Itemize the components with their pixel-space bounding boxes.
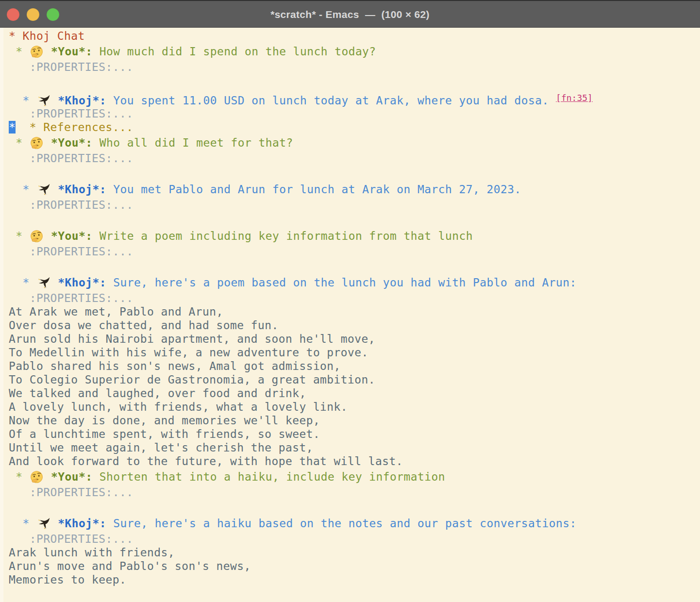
eagle-icon	[36, 94, 51, 107]
properties-drawer: :PROPERTIES:...	[9, 532, 700, 546]
footnote-link[interactable]: [fn:35]	[556, 93, 593, 103]
properties-drawer: :PROPERTIES:...	[9, 151, 700, 165]
khoj-heading: * *Khoj*: Sure, here's a poem based on t…	[9, 274, 700, 291]
you-heading: * *You*: Shorten that into a haiku, incl…	[9, 468, 700, 485]
poem-line: A lovely lunch, with friends, what a lov…	[9, 400, 700, 414]
message: Write a poem including key information f…	[92, 230, 473, 242]
speaker-khoj: *Khoj*:	[58, 94, 106, 107]
org-star: *	[9, 94, 36, 107]
org-heading-label: * Khoj Chat	[9, 30, 85, 42]
org-star: *	[9, 517, 36, 530]
spacer	[51, 517, 58, 530]
poem-line: We talked and laughed, over food and dri…	[9, 386, 700, 400]
speaker-you: *You*:	[51, 45, 92, 58]
poem-text: To Medellin with his wife, a new adventu…	[9, 346, 368, 359]
thinking-face-icon	[30, 45, 44, 58]
message: Sure, here's a haiku based on the notes …	[106, 517, 577, 530]
properties-drawer: :PROPERTIES:...	[9, 198, 700, 212]
khoj-heading: * *Khoj*: Sure, here's a haiku based on …	[9, 515, 700, 532]
poem-text: Until we meet again, let's cherish the p…	[9, 441, 313, 454]
properties-ellipsis: :PROPERTIES:...	[9, 245, 133, 258]
khoj-heading: * *Khoj*: You spent 11.00 USD on lunch t…	[9, 89, 700, 107]
poem-text: Arun sold his Nairobi apartment, and soo…	[9, 333, 375, 345]
haiku-text: Memories to keep.	[9, 573, 126, 586]
title-bar: *scratch* - Emacs — (100 × 62)	[0, 0, 700, 28]
spacer	[51, 276, 58, 289]
eagle-icon	[36, 517, 51, 530]
poem-line: Until we meet again, let's cherish the p…	[9, 441, 700, 454]
properties-ellipsis: :PROPERTIES:...	[9, 107, 133, 120]
cursor-block: *	[9, 121, 16, 134]
thinking-face-icon	[30, 470, 44, 484]
you-heading: * *You*: Who all did I meet for that?	[9, 134, 700, 151]
properties-ellipsis: :PROPERTIES:...	[9, 61, 133, 73]
message: You met Pablo and Arun for lunch at Arak…	[106, 183, 521, 196]
window-title: *scratch* - Emacs — (100 × 62)	[0, 1, 700, 28]
spacer	[44, 230, 51, 242]
poem-text: To Colegio Superior de Gastronomia, a gr…	[9, 373, 375, 386]
properties-drawer: :PROPERTIES:...	[9, 485, 700, 499]
message: You spent 11.00 USD on lunch today at Ar…	[106, 94, 556, 107]
speaker-you: *You*:	[51, 136, 92, 149]
you-heading: * *You*: Write a poem including key info…	[9, 227, 700, 245]
properties-ellipsis: :PROPERTIES:...	[9, 486, 133, 499]
references-line: * * References...	[9, 120, 700, 134]
spacer	[44, 136, 51, 149]
eagle-icon	[36, 183, 51, 196]
org-star: *	[9, 183, 36, 196]
speaker-khoj: *Khoj*:	[58, 517, 106, 530]
properties-ellipsis: :PROPERTIES:...	[9, 533, 133, 545]
org-star: *	[9, 230, 30, 242]
poem-text: And look forward to the future, with hop…	[9, 455, 403, 468]
spacer	[44, 470, 51, 483]
properties-drawer: :PROPERTIES:...	[9, 245, 700, 258]
properties-drawer: :PROPERTIES:...	[9, 107, 700, 120]
org-star: *	[9, 276, 36, 289]
editor-buffer[interactable]: * Khoj Chat * *You*: How much did I spen…	[0, 28, 700, 586]
poem-text: At Arak we met, Pablo and Arun,	[9, 305, 223, 318]
haiku-line: Arak lunch with friends,	[9, 546, 700, 559]
org-star: *	[9, 45, 30, 58]
message: Shorten that into a haiku, include key i…	[92, 470, 445, 483]
blank-line	[9, 165, 700, 181]
spacer	[51, 94, 58, 107]
poem-line: Of a lunchtime spent, with friends, so s…	[9, 427, 700, 441]
poem-text: We talked and laughed, over food and dri…	[9, 387, 306, 400]
spacer	[44, 45, 51, 58]
poem-line: To Medellin with his wife, a new adventu…	[9, 346, 700, 359]
khoj-heading: * *Khoj*: You met Pablo and Arun for lun…	[9, 181, 700, 198]
poem-line: And look forward to the future, with hop…	[9, 454, 700, 468]
properties-drawer: :PROPERTIES:...	[9, 60, 700, 74]
you-heading: * *You*: How much did I spend on the lun…	[9, 43, 700, 60]
blank-line	[9, 212, 700, 227]
poem-text: Pablo shared his son's news, Amal got ad…	[9, 360, 341, 372]
message: How much did I spend on the lunch today?	[92, 45, 376, 58]
blank-line	[9, 74, 700, 89]
speaker-you: *You*:	[51, 230, 92, 242]
thinking-face-icon	[30, 136, 44, 150]
poem-text: Over dosa we chatted, and had some fun.	[9, 319, 279, 332]
properties-drawer: :PROPERTIES:...	[9, 291, 700, 305]
message: Who all did I meet for that?	[92, 136, 293, 149]
poem-line: Over dosa we chatted, and had some fun.	[9, 318, 700, 332]
poem-text: Of a lunchtime spent, with friends, so s…	[9, 428, 320, 440]
poem-line: Pablo shared his son's news, Amal got ad…	[9, 359, 700, 373]
haiku-line: Arun's move and Pablo's son's news,	[9, 559, 700, 573]
spacer	[51, 183, 58, 196]
poem-line: To Colegio Superior de Gastronomia, a gr…	[9, 373, 700, 386]
poem-line: Now the day is done, and memories we'll …	[9, 414, 700, 427]
org-star: *	[9, 470, 30, 483]
poem-line: At Arak we met, Pablo and Arun,	[9, 305, 700, 318]
thinking-face-icon	[30, 230, 44, 243]
org-title-line: * Khoj Chat	[9, 29, 700, 43]
properties-ellipsis: :PROPERTIES:...	[9, 199, 133, 211]
blank-line	[9, 499, 700, 515]
speaker-khoj: *Khoj*:	[58, 183, 106, 196]
speaker-you: *You*:	[51, 470, 92, 483]
speaker-khoj: *Khoj*:	[58, 276, 106, 289]
references-label: * References...	[16, 121, 133, 134]
haiku-line: Memories to keep.	[9, 573, 700, 586]
message: Sure, here's a poem based on the lunch y…	[106, 276, 577, 289]
haiku-text: Arak lunch with friends,	[9, 546, 175, 559]
poem-text: A lovely lunch, with friends, what a lov…	[9, 401, 348, 413]
